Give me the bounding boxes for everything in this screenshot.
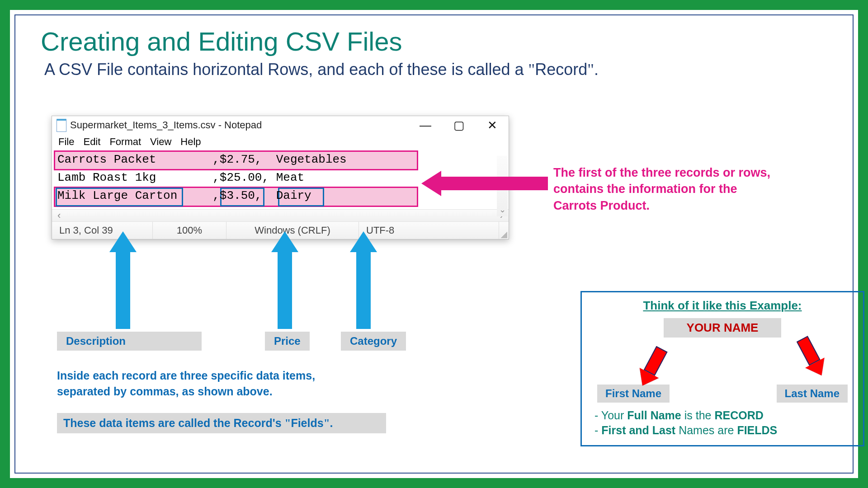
example-red-arrows [589,344,856,385]
label-description: Description [57,332,202,351]
example-line-1: - Your Full Name is the RECORD [594,409,856,422]
resize-grip-icon[interactable] [499,230,507,238]
notepad-icon [57,119,66,132]
body-text-block: Inside each record are three specific da… [57,368,315,399]
status-zoom: 100% [153,222,226,239]
ex2-c: Names are [675,424,737,436]
notepad-titlebar: Supermarket_Items_3_Items.csv - Notepad … [52,116,509,134]
menu-edit[interactable]: Edit [81,136,102,148]
label-price: Price [265,332,310,351]
fields-note-q1: " [284,417,291,429]
body-line-2: separated by commas, as shown above. [57,384,315,399]
example-first-name: First Name [597,385,670,403]
ex2-a: - [594,424,601,436]
subtitle-pre: A CSV File contains horizontal Rows, and… [44,60,528,79]
subtitle-open-quote: " [528,61,535,79]
notepad-title: Supermarket_Items_3_Items.csv - Notepad [70,119,417,131]
fields-note-post: . [330,417,333,429]
arrow-first-record [421,174,548,193]
notepad-menubar: File Edit Format View Help [52,134,509,150]
ex2-d: FIELDS [737,424,777,436]
csv-line-2: Lamb Roast 1kg ,$25.00, Meat [57,171,304,184]
example-your-name: YOUR NAME [664,318,781,338]
ex1-c: is the [681,409,715,422]
example-last-name: Last Name [777,385,848,403]
ex2-b: First and Last [601,424,675,436]
slide-inner-frame: Creating and Editing CSV Files A CSV Fil… [14,14,854,474]
callout-first-record: The first of the three records or rows, … [553,164,825,214]
ex1-d: RECORD [714,409,763,422]
callout-line-1: The first of the three records or rows, [553,164,825,181]
example-box: Think of it like this Example: YOUR NAME… [580,291,864,446]
subtitle-word: Record [535,60,587,79]
ex1-b: Full Name [627,409,681,422]
subtitle-close-quote: " [587,61,594,79]
menu-file[interactable]: File [57,136,76,148]
body-line-1: Inside each record are three specific da… [57,368,315,384]
callout-line-2: contains the information for the [553,181,825,197]
minimize-button[interactable]: — [417,116,434,134]
ex1-a: - Your [594,409,627,422]
menu-view[interactable]: View [148,136,173,148]
scroll-down-icon: ⌄ [499,205,506,215]
horizontal-scrollbar[interactable]: ‹ › [52,209,509,221]
example-title: Think of it like this Example: [589,299,856,313]
status-encoding: UTF-8 [359,222,499,239]
fields-note-word: Fields [291,417,323,429]
scroll-left-icon: ‹ [57,210,61,221]
arrow-category [354,231,373,329]
arrow-description [114,231,132,329]
arrow-price [276,231,294,329]
example-name-row: First Name Last Name [589,385,856,403]
maximize-button[interactable]: ▢ [451,116,467,134]
window-sys-buttons: — ▢ ✕ [417,116,500,134]
callout-line-3: Carrots Product. [553,197,825,214]
close-button[interactable]: ✕ [484,116,500,134]
status-position: Ln 3, Col 39 [52,222,153,239]
fields-note-q2: " [324,417,330,429]
page-subtitle: A CSV File contains horizontal Rows, and… [44,60,853,79]
menu-format[interactable]: Format [108,136,143,148]
csv-line-3: Milk Large Carton ,$3.50, Dairy [57,189,311,202]
menu-help[interactable]: Help [179,136,203,148]
label-category: Category [341,332,406,351]
slide-outer-frame: Creating and Editing CSV Files A CSV Fil… [0,0,868,488]
page-title: Creating and Editing CSV Files [41,26,853,56]
fields-note: These data items are called the Record's… [57,413,386,433]
subtitle-post: . [594,60,599,79]
example-line-2: - First and Last Names are FIELDS [594,424,856,437]
fields-note-pre: These data items are called the Record's [63,417,284,429]
csv-line-1: Carrots Packet ,$2.75, Vegetables [57,153,347,166]
